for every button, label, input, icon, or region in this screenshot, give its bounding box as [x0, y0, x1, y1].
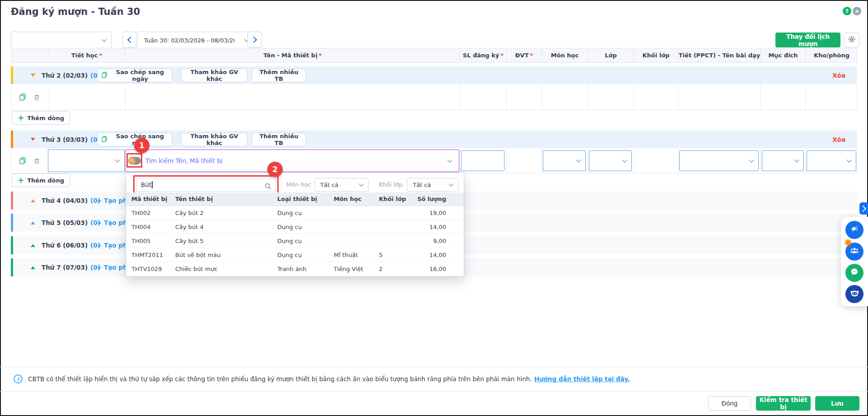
table-header: Tiết học*Tên - Mã thiết bị*SL đăng ký*ĐV… [11, 48, 857, 63]
cell-separator [125, 84, 126, 110]
megaphone-icon [850, 224, 859, 235]
room-select[interactable] [807, 150, 856, 171]
chat-icon [849, 267, 859, 279]
filter-grade-select[interactable]: Tất cả [407, 178, 458, 192]
column-header-Mục đích: Mục đích [761, 48, 805, 62]
picker-cell: Dụng cụ [277, 206, 302, 220]
chevron-down-icon [846, 157, 851, 162]
expand-tab[interactable] [859, 202, 868, 215]
page-title: Đăng ký mượn - Tuần 30 [11, 6, 140, 17]
info-icon: i [14, 374, 23, 383]
chat-fab[interactable] [845, 264, 863, 282]
picker-row-THTV1029[interactable]: THTV1029Chiếc bút mựcTranh ảnhTiếng Việt… [126, 262, 464, 276]
search-icon [264, 182, 272, 192]
search-value: Bút [141, 181, 151, 188]
picker-row-TH002[interactable]: TH002Cây bút 2Dụng cụ19,00 [126, 206, 464, 220]
close-icon[interactable]: × [853, 7, 861, 15]
cell-separator [678, 84, 678, 110]
chevron-left-icon [127, 37, 133, 43]
device-combobox[interactable]: Tìm kiếm Tên, Mã thiết bị [125, 150, 459, 172]
subject-select[interactable] [543, 150, 586, 171]
combobox-placeholder: Tìm kiếm Tên, Mã thiết bị [145, 157, 223, 164]
row-trash-icon[interactable] [33, 93, 41, 103]
picker-cell: TH004 [131, 220, 151, 234]
picker-row-TH004[interactable]: TH004Cây bút 4Dụng cụ14,00 [126, 220, 464, 234]
picker-cell: Cây bút 5 [175, 234, 204, 248]
chevron-down-icon [749, 157, 754, 162]
day-label: Thứ 3 (03/03) [42, 136, 88, 143]
setup-guide-link[interactable]: Hướng dẫn thiết lập tại đây. [534, 375, 630, 383]
row-trash-icon[interactable] [33, 157, 41, 167]
chevron-right-icon [859, 205, 866, 211]
week-select[interactable]: Tuần 30: 02/03/2026 - 08/03/202 [137, 32, 254, 49]
picker-row-TH005[interactable]: TH005Cây bút 5Dụng cụ9,00 [126, 234, 464, 248]
device-search-input[interactable]: Bút [136, 178, 276, 192]
add-many-devices-button[interactable]: Thêm nhiều TB [252, 69, 306, 82]
settings-gear-button[interactable] [844, 33, 859, 47]
delete-day-button[interactable]: Xóa [832, 136, 845, 143]
collapse-icon[interactable] [31, 138, 35, 141]
notification-dot [845, 240, 851, 245]
picker-cell: Dụng cụ [277, 220, 302, 234]
cell-separator [634, 84, 634, 110]
cell-separator [541, 84, 542, 110]
divider [0, 367, 868, 367]
save-button[interactable]: Lưu [815, 396, 859, 411]
cell-separator [588, 84, 588, 110]
chevron-down-icon [576, 157, 581, 162]
filter-subject-select[interactable]: Tất cả [314, 178, 369, 192]
consult-other-teacher-button[interactable]: Tham khảo GV khác [181, 133, 247, 146]
picker-row-THMT2011[interactable]: THMT2011Bút vẽ bột màuDụng cụMĩ thuật514… [126, 248, 464, 262]
plus-icon: + [18, 177, 24, 184]
annotation-step-2: 2 [267, 162, 283, 177]
sparkle-icon [129, 158, 135, 164]
announcement-fab[interactable] [845, 221, 863, 239]
purpose-select[interactable] [762, 150, 804, 171]
collapse-icon[interactable] [31, 74, 35, 77]
prev-week-button[interactable] [122, 32, 136, 48]
column-header-row-tools [11, 48, 48, 62]
picker-header-cell: Môn học [334, 192, 362, 206]
check-device-button[interactable]: Kiểm tra thiết bị [756, 396, 811, 411]
divider [0, 391, 868, 392]
column-header-Môn học: Môn học [541, 48, 588, 62]
next-week-button[interactable] [247, 32, 261, 48]
people-icon [849, 246, 859, 257]
quantity-input[interactable] [461, 150, 504, 171]
class-select[interactable] [589, 150, 632, 171]
required-asterisk: * [99, 52, 102, 59]
column-header-Kho/phòng: Kho/phòng [805, 48, 858, 62]
help-icon[interactable]: ? [843, 7, 851, 15]
expand-icon[interactable] [31, 199, 35, 202]
delete-day-button[interactable]: Xóa [832, 72, 845, 79]
period-select[interactable] [48, 150, 125, 172]
picker-cell: THTV1029 [131, 262, 162, 276]
chevron-right-icon [250, 37, 257, 43]
expand-icon[interactable] [31, 221, 35, 224]
filter-label-subject: Môn học [286, 181, 311, 188]
close-button[interactable]: Đóng [708, 396, 751, 411]
expand-icon[interactable] [31, 244, 35, 247]
add-row-button[interactable]: + Thêm dòng [12, 111, 70, 125]
picker-header-cell: Loại thiết bị [277, 192, 317, 206]
picker-header-cell: Tên thiết bị [175, 192, 213, 206]
assistant-bot-fab[interactable] [845, 285, 863, 303]
picker-cell: Tiếng Việt [334, 262, 363, 276]
cell-separator [541, 148, 542, 173]
column-header-Tên - Mã thiết bị: Tên - Mã thiết bị* [125, 48, 460, 62]
expand-icon[interactable] [31, 266, 35, 269]
change-schedule-button[interactable]: Thay đổi lịch mượn [775, 33, 840, 47]
add-many-devices-button[interactable]: Thêm nhiều TB [252, 133, 306, 146]
row-copy-icon[interactable] [19, 93, 27, 103]
day-label: Thứ 5 (05/03) [42, 219, 88, 226]
cell-separator [506, 148, 507, 173]
ai-search-toggle[interactable] [128, 157, 141, 165]
lesson-ppct-select[interactable] [679, 150, 759, 171]
teacher-select[interactable] [11, 32, 112, 49]
consult-other-teacher-button[interactable]: Tham khảo GV khác [181, 69, 247, 82]
row-copy-icon[interactable] [19, 157, 27, 167]
community-fab[interactable] [845, 243, 863, 261]
copy-day-button[interactable]: Sao chép sang ngày [98, 69, 172, 82]
add-row-button[interactable]: + Thêm dòng [12, 173, 70, 187]
cell-separator [634, 148, 634, 173]
